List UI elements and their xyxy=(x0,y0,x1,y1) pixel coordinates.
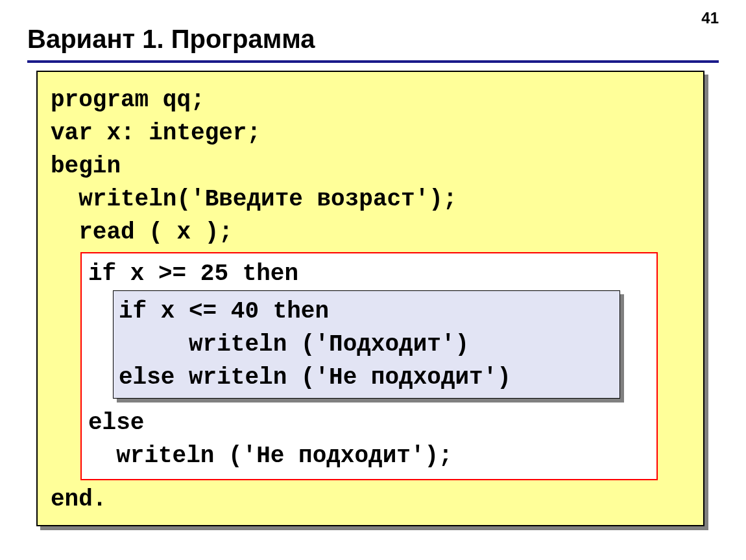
title-underline xyxy=(27,60,719,63)
slide: 41 Вариант 1. Программа program qq; var … xyxy=(0,0,746,560)
code-line: end. xyxy=(51,483,690,516)
highlight-box-outer: if x >= 25 then if x <= 40 then writeln … xyxy=(80,252,658,481)
code-box: program qq; var x: integer; begin writel… xyxy=(36,71,704,526)
highlight-box-inner-shadow: if x <= 40 then writeln ('Подходит') els… xyxy=(117,294,624,402)
code-line: program qq; xyxy=(51,84,690,117)
code-line: else xyxy=(88,406,650,439)
code-line: writeln ('Не подходит'); xyxy=(88,439,650,472)
page-number: 41 xyxy=(701,9,719,27)
code-line: if x >= 25 then xyxy=(88,257,650,290)
code-line: if x <= 40 then xyxy=(119,295,614,328)
code-line: read ( x ); xyxy=(51,216,690,249)
code-line: writeln ('Подходит') xyxy=(119,328,614,361)
code-line: begin xyxy=(51,150,690,183)
code-line: else writeln ('Не подходит') xyxy=(119,361,614,394)
highlight-box-inner: if x <= 40 then writeln ('Подходит') els… xyxy=(113,290,620,399)
code-box-shadow: program qq; var x: integer; begin writel… xyxy=(40,75,708,530)
code-line: var x: integer; xyxy=(51,117,690,150)
code-line: writeln('Введите возраст'); xyxy=(51,183,690,216)
slide-title: Вариант 1. Программа xyxy=(27,25,719,54)
